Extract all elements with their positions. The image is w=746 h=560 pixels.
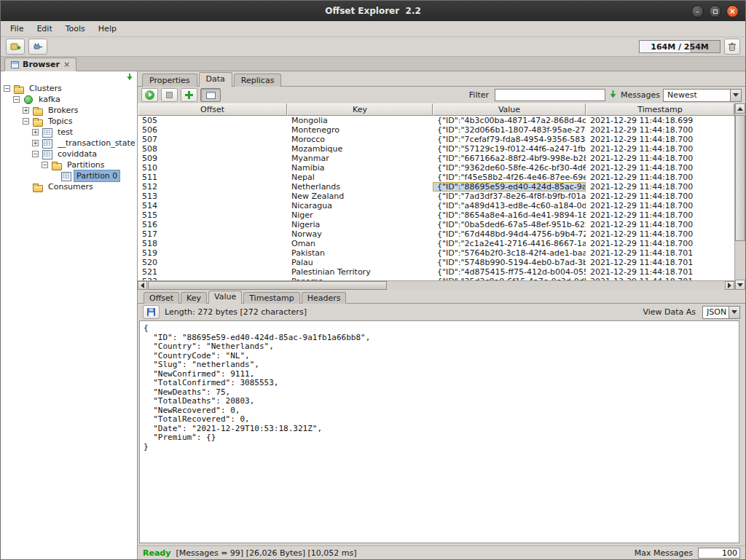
cell-value[interactable]: {"ID":"57129c19-f012-44f6-a247-1fbc... xyxy=(433,144,586,154)
scroll-right-button[interactable] xyxy=(725,281,734,290)
tree-expander-icon[interactable]: − xyxy=(32,151,39,157)
cell-value[interactable]: {"ID":"2c1a2e41-2716-4416-8667-1a5... xyxy=(433,239,586,248)
cell-key[interactable]: Netherlands xyxy=(287,182,433,192)
detail-tab-timestamp[interactable]: Timestamp xyxy=(243,292,299,304)
menu-help[interactable]: Help xyxy=(92,22,123,36)
cell-value[interactable]: {"ID":"667166a2-88f2-4bf9-998e-b289... xyxy=(433,154,586,163)
cell-offset[interactable]: 521 xyxy=(138,267,287,277)
tree-expander-icon[interactable]: + xyxy=(32,140,39,146)
table-row[interactable]: 505 Mongolia {"ID":"4b3c00ba-4871-47a2-8… xyxy=(138,116,734,125)
detail-tab-headers[interactable]: Headers xyxy=(302,292,347,304)
cell-offset[interactable]: 506 xyxy=(138,125,287,135)
cell-value[interactable]: {"ID":"8654a8e4-a16d-4e41-9894-180... xyxy=(433,210,586,220)
tree-item-label[interactable]: Topics xyxy=(46,116,74,127)
tree-item-label[interactable]: Partition 0 xyxy=(74,170,119,181)
detail-tab-offset[interactable]: Offset xyxy=(144,292,179,304)
value-viewer[interactable]: { "ID": "88695e59-ed40-424d-85ac-9a1fb1a… xyxy=(139,320,739,543)
cell-timestamp[interactable]: 2021-12-29 11:44:18.700 xyxy=(586,173,734,182)
cell-value[interactable]: {"ID":"4b3c00ba-4871-47a2-868d-4c9... xyxy=(433,116,586,125)
cell-offset[interactable]: 512 xyxy=(138,182,287,192)
table-row[interactable]: 514 Nicaragua {"ID":"a489d413-ed8e-4c60-… xyxy=(138,201,734,210)
tab-replicas[interactable]: Replicas xyxy=(234,74,282,87)
cell-offset[interactable]: 510 xyxy=(138,163,287,173)
cell-value[interactable]: {"ID":"5748b990-5194-4eb0-b7ad-3b9... xyxy=(433,258,586,267)
cell-offset[interactable]: 505 xyxy=(138,116,287,125)
tab-data[interactable]: Data xyxy=(199,72,232,87)
cell-timestamp[interactable]: 2021-12-29 11:44:18.700 xyxy=(586,144,734,154)
column-header-timestamp[interactable]: Timestamp xyxy=(586,103,734,116)
cell-value[interactable]: {"ID":"9362de60-58fe-426c-bf30-4d63... xyxy=(433,163,586,173)
cell-key[interactable]: Palestinian Territory xyxy=(287,267,433,277)
cell-key[interactable]: Myanmar xyxy=(287,154,433,163)
scroll-left-button[interactable] xyxy=(138,281,147,290)
cell-offset[interactable]: 520 xyxy=(138,258,287,267)
maximize-button[interactable] xyxy=(709,5,721,17)
tree-item[interactable]: + test xyxy=(1,127,137,138)
cell-key[interactable]: Namibia xyxy=(287,163,433,173)
cell-offset[interactable]: 519 xyxy=(138,248,287,258)
tree-item-label[interactable]: test xyxy=(55,127,75,138)
scroll-up-button[interactable] xyxy=(735,103,745,114)
cell-key[interactable]: Mozambique xyxy=(287,144,433,154)
cell-timestamp[interactable]: 2021-12-29 11:44:18.699 xyxy=(586,116,734,125)
tree-item-label[interactable]: Consumers xyxy=(46,181,95,192)
scroll-down-button[interactable] xyxy=(735,280,745,290)
column-header-key[interactable]: Key xyxy=(287,103,433,116)
detail-tab-key[interactable]: Key xyxy=(181,292,207,304)
table-row[interactable]: 512 Netherlands {"ID":"88695e59-ed40-424… xyxy=(138,182,734,192)
tree-item-label[interactable]: Partitions xyxy=(65,159,107,170)
cell-timestamp[interactable]: 2021-12-29 11:44:18.700 xyxy=(586,163,734,173)
cell-key[interactable]: Montenegro xyxy=(287,125,433,135)
tree-item-label[interactable]: Brokers xyxy=(46,105,81,116)
tree-item-label[interactable]: coviddata xyxy=(55,149,99,159)
cell-key[interactable]: New Zealand xyxy=(287,192,433,201)
tab-close-icon[interactable]: × xyxy=(63,60,70,69)
cell-value[interactable]: {"ID":"7cefaf79-fda8-4954-9356-5834... xyxy=(433,135,586,144)
tree-expander-icon[interactable]: − xyxy=(42,162,48,168)
memory-usage-indicator[interactable]: 164M / 254M xyxy=(639,40,721,53)
cell-offset[interactable]: 518 xyxy=(138,239,287,248)
combo-arrow-button[interactable] xyxy=(730,90,741,101)
cell-timestamp[interactable]: 2021-12-29 11:44:18.700 xyxy=(586,182,734,192)
cell-timestamp[interactable]: 2021-12-29 11:44:18.700 xyxy=(586,192,734,201)
cell-timestamp[interactable]: 2021-12-29 11:44:18.701 xyxy=(586,267,734,277)
cell-key[interactable]: Nepal xyxy=(287,173,433,182)
vertical-scrollbar[interactable] xyxy=(734,103,745,290)
tree-item[interactable]: − Topics xyxy=(1,116,137,127)
cell-timestamp[interactable]: 2021-12-29 11:44:18.701 xyxy=(586,248,734,258)
close-button[interactable]: × xyxy=(726,5,739,17)
tree-item[interactable]: − Partitions xyxy=(1,159,137,170)
view-data-as-select[interactable]: JSON xyxy=(702,306,740,319)
cell-timestamp[interactable]: 2021-12-29 11:44:18.700 xyxy=(586,135,734,144)
table-row[interactable]: 511 Nepal {"ID":"f45e58b2-4f26-4e46-87ee… xyxy=(138,173,734,182)
cell-key[interactable]: Nicaragua xyxy=(287,201,433,210)
menu-tools[interactable]: Tools xyxy=(59,22,92,36)
cell-key[interactable]: Oman xyxy=(287,239,433,248)
cell-key[interactable]: Pakistan xyxy=(287,248,433,258)
tree-item[interactable]: − coviddata xyxy=(1,149,137,159)
tree-item[interactable]: Partition 0 xyxy=(1,170,137,181)
tree-item[interactable]: Consumers xyxy=(1,181,137,192)
column-header-offset[interactable]: Offset xyxy=(138,103,287,116)
cell-timestamp[interactable]: 2021-12-29 11:44:18.700 xyxy=(586,154,734,163)
garbage-collect-button[interactable] xyxy=(724,39,740,55)
tree-item-label[interactable]: Clusters xyxy=(27,83,64,94)
toggle-detail-view-button[interactable] xyxy=(200,88,221,102)
cell-value[interactable]: {"ID":"88695e59-ed40-424d-85ac-9a1... xyxy=(433,182,586,192)
cell-timestamp[interactable]: 2021-12-29 11:44:18.700 xyxy=(586,210,734,220)
tree-item-label[interactable]: __transaction_state xyxy=(55,138,138,149)
table-row[interactable]: 506 Montenegro {"ID":"32d066b1-1807-483f… xyxy=(138,125,734,135)
cell-key[interactable]: Norway xyxy=(287,229,433,239)
tree-item[interactable]: + __transaction_state xyxy=(1,138,137,149)
add-cluster-button[interactable] xyxy=(6,39,25,55)
vertical-scroll-track[interactable] xyxy=(735,114,745,280)
horizontal-scroll-thumb[interactable] xyxy=(148,281,387,290)
max-messages-input[interactable] xyxy=(698,548,740,559)
apply-filter-button[interactable] xyxy=(608,90,618,101)
collapse-panel-button[interactable] xyxy=(125,73,134,84)
tree-item[interactable]: − kafka xyxy=(1,94,137,105)
connect-button[interactable] xyxy=(28,39,47,55)
table-row[interactable]: 507 Morocco {"ID":"7cefaf79-fda8-4954-93… xyxy=(138,135,734,144)
tree-item[interactable]: − Clusters xyxy=(1,83,137,94)
table-row[interactable]: 509 Myanmar {"ID":"667166a2-88f2-4bf9-99… xyxy=(138,154,734,163)
